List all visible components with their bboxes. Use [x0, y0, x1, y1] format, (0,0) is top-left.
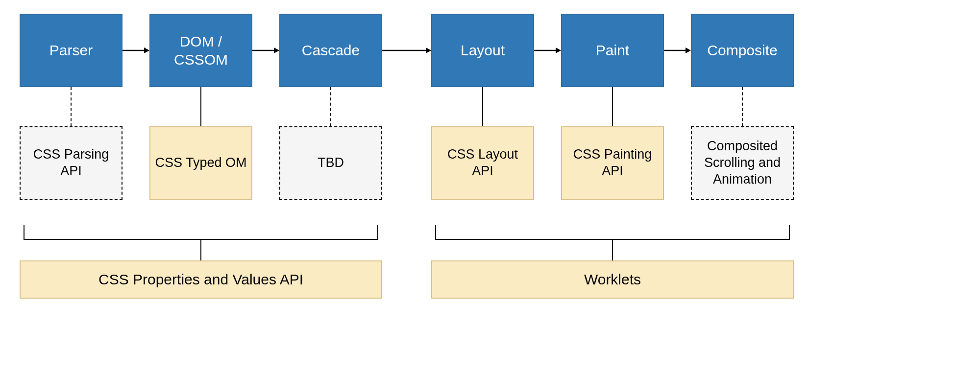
bottom-label: CSS Properties and Values API: [98, 271, 303, 288]
bracket-stem-left: [200, 240, 201, 260]
stage-label: Layout: [461, 41, 505, 60]
arrow-icon: [534, 47, 561, 54]
stage-parser: Parser: [20, 14, 122, 87]
api-css-layout: CSS Layout API: [431, 126, 534, 200]
connector-solid: [612, 87, 613, 126]
connector-solid: [200, 87, 201, 126]
api-label: CSS Parsing API: [24, 146, 118, 180]
connector-solid: [482, 87, 483, 126]
connector-dashed: [71, 87, 72, 126]
bottom-css-properties-values: CSS Properties and Values API: [20, 260, 382, 299]
stage-label: DOM / CSSOM: [174, 32, 228, 69]
stage-label: Paint: [596, 41, 629, 60]
api-label: CSS Painting API: [566, 146, 659, 180]
svg-marker-1: [144, 47, 149, 53]
bottom-worklets: Worklets: [431, 260, 794, 299]
api-css-parsing: CSS Parsing API: [20, 126, 122, 200]
api-tbd: TBD: [279, 126, 382, 200]
connector-dashed: [742, 87, 743, 126]
svg-marker-7: [556, 47, 561, 53]
api-composited-scrolling: Composited Scrolling and Animation: [691, 126, 794, 200]
api-css-typed-om: CSS Typed OM: [149, 126, 252, 200]
stage-cascade: Cascade: [279, 14, 382, 87]
diagram-canvas: Parser DOM / CSSOM Cascade Layout Paint …: [0, 0, 980, 375]
stage-composite: Composite: [691, 14, 794, 87]
arrow-icon: [252, 47, 279, 54]
api-label: CSS Typed OM: [155, 155, 246, 171]
stage-layout: Layout: [431, 14, 534, 87]
arrow-icon: [664, 47, 691, 54]
stage-label: Cascade: [302, 41, 360, 60]
api-label: TBD: [318, 155, 344, 171]
stage-paint: Paint: [561, 14, 664, 87]
stage-label: Composite: [707, 41, 777, 60]
bottom-label: Worklets: [584, 271, 641, 288]
svg-marker-9: [686, 47, 691, 53]
arrow-icon: [382, 47, 431, 54]
stage-dom-cssom: DOM / CSSOM: [149, 14, 252, 87]
bracket-right: [435, 225, 790, 240]
api-css-painting: CSS Painting API: [561, 126, 664, 200]
stage-label: Parser: [49, 41, 93, 60]
api-label: CSS Layout API: [436, 146, 529, 180]
svg-marker-5: [426, 47, 431, 53]
api-label: Composited Scrolling and Animation: [696, 138, 789, 188]
connector-dashed: [330, 87, 331, 126]
bracket-stem-right: [612, 240, 613, 260]
arrow-icon: [122, 47, 149, 54]
bracket-left: [24, 225, 378, 240]
svg-marker-3: [274, 47, 279, 53]
